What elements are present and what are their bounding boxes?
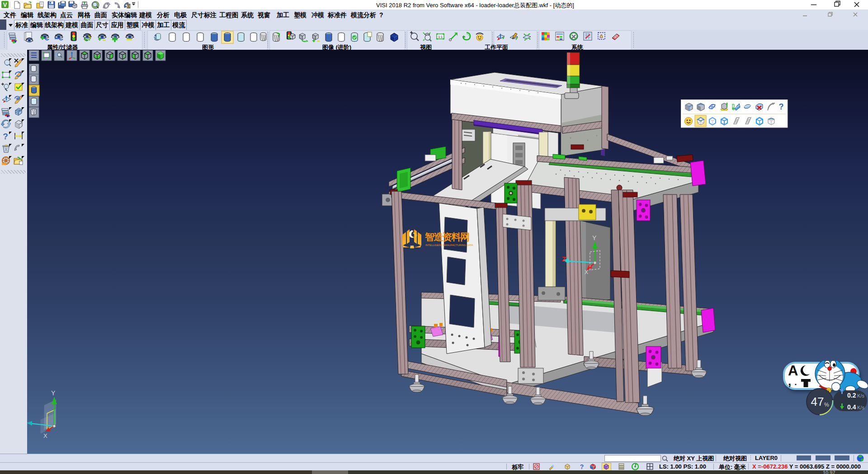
svg-text:0.2: 0.2 [847, 392, 856, 399]
svg-text:V: V [3, 1, 7, 8]
svg-text:47: 47 [811, 395, 824, 408]
svg-text:0.4: 0.4 [847, 403, 856, 411]
svg-text:?: ? [3, 132, 8, 141]
svg-text:INTELLIGENT MANUFACTURING DATA: INTELLIGENT MANUFACTURING DATA [425, 244, 473, 246]
svg-text:K/s: K/s [857, 405, 864, 410]
svg-text:Z: Z [562, 255, 566, 263]
svg-text:Y: Y [592, 234, 597, 242]
svg-text:K/s: K/s [857, 393, 864, 398]
svg-text:%: % [824, 402, 829, 408]
svg-text:?: ? [779, 102, 784, 111]
svg-text:1:1: 1:1 [438, 35, 443, 38]
svg-text:智造资料网: 智造资料网 [425, 232, 469, 242]
svg-text:Y: Y [51, 389, 56, 397]
svg-text:,: , [788, 374, 791, 388]
svg-text:X: X [585, 269, 588, 275]
svg-text:?: ? [580, 463, 584, 470]
svg-text:X: X [43, 432, 47, 439]
